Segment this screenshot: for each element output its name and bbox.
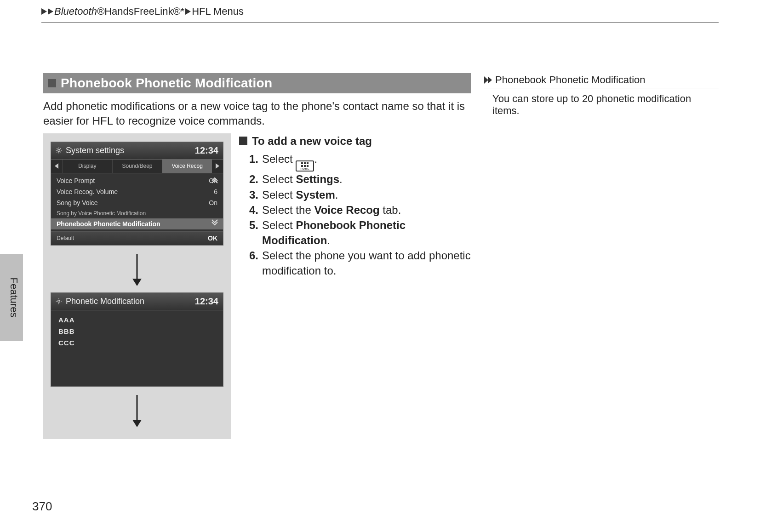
tab-display[interactable]: Display — [62, 160, 112, 173]
breadcrumb-seg3: HFL Menus — [192, 6, 244, 17]
step-4: 4. Select the Voice Recog tab. — [249, 202, 471, 217]
svg-marker-15 — [132, 279, 142, 286]
heading-text: Phonebook Phonetic Modification — [61, 76, 272, 91]
scroll-down-icon[interactable] — [211, 219, 221, 229]
heading-bullet-icon — [239, 137, 247, 145]
step-1: 1. Select HOME. — [249, 151, 471, 172]
note-heading: Phonebook Phonetic Modification — [484, 74, 719, 88]
breadcrumb: Bluetooth® HandsFreeLink®* HFL Menus — [41, 0, 719, 23]
screen-title: Phonetic Modification — [66, 297, 195, 306]
svg-point-3 — [58, 149, 60, 152]
breadcrumb-arrow-icon — [41, 8, 47, 15]
svg-marker-13 — [216, 163, 219, 169]
steps: To add a new voice tag 1. Select HOME. 2… — [239, 133, 471, 439]
section-heading: Phonebook Phonetic Modification — [43, 73, 471, 93]
tab-sound-beep[interactable]: Sound/Beep — [112, 160, 162, 173]
svg-line-10 — [60, 149, 61, 149]
gear-icon — [56, 147, 62, 154]
step-2: 2. Select Settings. — [249, 172, 471, 187]
svg-line-9 — [60, 152, 61, 153]
svg-marker-24 — [488, 76, 492, 84]
setting-row[interactable]: Song by Voice Phonetic Modification — [51, 208, 223, 218]
breadcrumb-seg1: Bluetooth® — [54, 6, 104, 17]
breadcrumb-seg2: HandsFreeLink®* — [104, 6, 184, 17]
screen-title: System settings — [66, 146, 195, 155]
breadcrumb-arrow-icon — [185, 8, 191, 15]
list-item[interactable]: AAA — [58, 314, 216, 326]
list-item[interactable]: CCC — [58, 337, 216, 349]
svg-marker-2 — [185, 8, 191, 15]
default-button[interactable]: Default — [57, 235, 74, 241]
screenshot-panel: System settings 12:34 Display Sound/Beep… — [43, 133, 231, 439]
home-icon: HOME — [296, 160, 314, 172]
svg-marker-22 — [132, 420, 142, 427]
intro-paragraph: Add phonetic modifications or a new voic… — [43, 99, 471, 129]
section-tab-features: Features — [0, 254, 23, 341]
down-arrow-icon — [131, 395, 143, 427]
svg-line-8 — [57, 149, 57, 149]
breadcrumb-arrow-icon — [48, 8, 53, 15]
setting-row[interactable]: Voice Recog. Volume6 — [51, 186, 223, 197]
list-item[interactable]: BBB — [58, 326, 216, 337]
step-5: 5. Select Phonebook Phonetic Modificatio… — [249, 217, 471, 248]
svg-marker-12 — [55, 163, 58, 169]
screenshot-system-settings: System settings 12:34 Display Sound/Beep… — [51, 142, 223, 246]
tab-next-icon[interactable] — [212, 160, 223, 173]
note-body: You can store up to 20 phonetic modifica… — [492, 93, 719, 117]
scroll-up-icon[interactable] — [211, 176, 221, 185]
svg-marker-1 — [48, 8, 53, 15]
page-number: 370 — [32, 499, 52, 514]
header-rule — [41, 22, 719, 23]
setting-row[interactable]: Voice PromptOn — [51, 175, 223, 186]
gear-icon — [56, 298, 62, 304]
down-arrow-icon — [131, 254, 143, 286]
svg-marker-0 — [41, 8, 47, 15]
clock: 12:34 — [195, 145, 218, 156]
screenshot-phonetic-modification: Phonetic Modification 12:34 AAA BBB CCC — [51, 292, 223, 387]
tab-voice-recog[interactable]: Voice Recog — [162, 160, 212, 173]
steps-subheading: To add a new voice tag — [239, 133, 471, 149]
svg-point-16 — [58, 300, 60, 303]
tab-prev-icon[interactable] — [51, 160, 62, 173]
setting-row-selected[interactable]: Phonebook Phonetic Modification — [51, 218, 223, 229]
setting-row[interactable]: Song by VoiceOn — [51, 197, 223, 208]
step-3: 3. Select System. — [249, 187, 471, 202]
clock: 12:34 — [195, 296, 218, 307]
note-chevron-icon — [484, 76, 492, 84]
svg-marker-23 — [484, 76, 488, 84]
step-6: 6. Select the phone you want to add phon… — [249, 248, 471, 278]
svg-line-11 — [57, 152, 57, 153]
ok-button[interactable]: OK — [208, 235, 217, 242]
heading-bullet-icon — [48, 79, 56, 87]
